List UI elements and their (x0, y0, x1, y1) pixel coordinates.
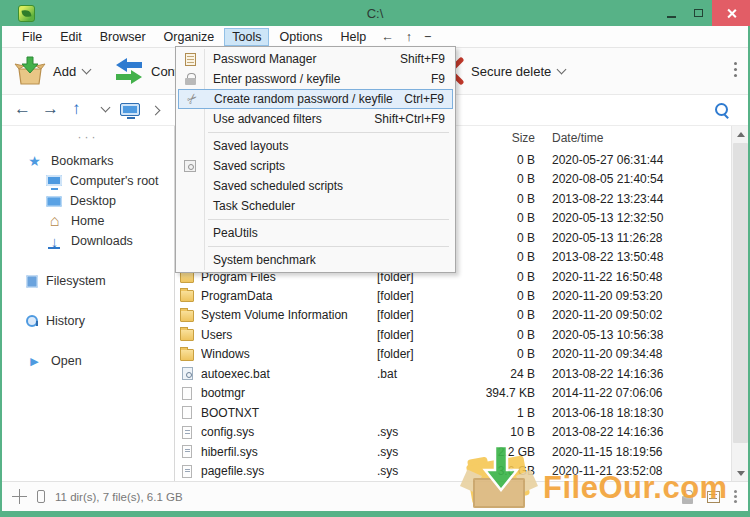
scroll-up-icon[interactable] (732, 126, 749, 142)
toolbar-overflow-icon[interactable] (734, 62, 738, 80)
tools-menu-item[interactable] (178, 129, 453, 136)
file-name: ProgramData (201, 289, 377, 303)
view-grid-icon[interactable] (707, 491, 720, 503)
computer-icon[interactable] (120, 103, 140, 116)
address-dropdown-icon[interactable] (101, 103, 111, 113)
sidebar-item-icon (46, 196, 62, 207)
tools-menu-item[interactable]: Task Scheduler (178, 196, 453, 216)
file-type: [folder] (377, 347, 465, 361)
sidebar-item-icon (46, 175, 62, 186)
scroll-down-icon[interactable] (732, 465, 749, 481)
file-row[interactable]: System Volume Information [folder] 0 B 2… (175, 306, 731, 325)
add-archive-icon (14, 56, 46, 86)
tools-menu-item[interactable] (178, 243, 453, 250)
title-bar: C:\ (0, 0, 750, 26)
menu-bar-item[interactable]: Tools (224, 28, 269, 46)
menu-item-label: Password Manager (213, 52, 316, 66)
sidebar-item-label: Open (51, 354, 82, 368)
move-resize-icon[interactable] (12, 489, 27, 504)
file-name: hiberfil.sys (201, 445, 377, 459)
sidebar-item-icon (26, 353, 43, 369)
menu-item-icon (178, 73, 202, 86)
file-row[interactable]: hiberfil.sys .sys 2.2 GB 2020-11-15 18:1… (175, 442, 731, 461)
tools-menu-item[interactable]: PeaUtils (178, 223, 453, 243)
file-datetime: 2020-11-21 23:52:08 (535, 464, 698, 478)
file-row[interactable]: BOOTNXT 1 B 2013-06-18 18:18:30 (175, 403, 731, 422)
sidebar-item[interactable]: Computer's root (2, 171, 174, 191)
file-row[interactable]: ProgramData [folder] 0 B 2020-11-20 09:5… (175, 286, 731, 305)
sidebar-item[interactable]: Downloads (2, 231, 174, 251)
back-button[interactable]: ← (14, 99, 31, 119)
tools-menu-item[interactable]: Saved scripts (178, 156, 453, 176)
menu-bar-item[interactable]: ← (376, 28, 399, 46)
tools-menu-item[interactable]: Use advanced filters Shift+Ctrl+F9 (178, 109, 453, 129)
file-type: .sys (377, 464, 465, 478)
menu-bar-item[interactable]: File (14, 28, 50, 46)
file-size: 10 B (465, 425, 535, 439)
file-icon (180, 329, 194, 341)
menu-bar: FileEditBrowserOrganizeToolsOptionsHelp←… (2, 26, 748, 48)
menu-item-shortcut: Ctrl+F9 (404, 92, 444, 106)
sidebar-item[interactable]: Filesystem (2, 271, 174, 291)
tools-menu-item[interactable]: Saved scheduled scripts (178, 176, 453, 196)
menu-bar-item[interactable]: Browser (92, 28, 154, 46)
forward-button[interactable]: → (42, 99, 59, 119)
sidebar-handle[interactable]: ··· (2, 132, 174, 142)
file-datetime: 2020-05-13 10:56:38 (535, 328, 698, 342)
file-name: Windows (201, 347, 377, 361)
file-datetime: 2020-08-05 21:40:54 (535, 172, 698, 186)
sidebar-item[interactable]: Bookmarks (2, 151, 174, 171)
menu-item-label: Create random password / keyfile (214, 92, 393, 106)
device-icon[interactable] (37, 490, 45, 503)
add-button[interactable]: Add (14, 54, 90, 88)
file-row[interactable]: autoexec.bat .bat 24 B 2013-08-22 14:16:… (175, 364, 731, 383)
column-header-datetime[interactable]: Date/time (535, 131, 698, 145)
vertical-scrollbar[interactable] (731, 126, 748, 481)
menu-bar-item[interactable]: Organize (156, 28, 223, 46)
menu-item-label: System benchmark (213, 253, 316, 267)
file-size: 0 B (465, 347, 535, 361)
tools-menu-item[interactable]: Enter password / keyfile F9 (178, 69, 453, 89)
scrollbar-thumb[interactable] (733, 143, 748, 443)
file-row[interactable]: pagefile.sys .sys 3.6 GB 2020-11-21 23:5… (175, 461, 731, 480)
tools-menu-item[interactable]: Password Manager Shift+F9 (178, 49, 453, 69)
file-row[interactable]: Windows [folder] 0 B 2020-11-20 09:34:48 (175, 345, 731, 364)
menu-bar-item[interactable]: Options (271, 28, 330, 46)
file-type: .sys (377, 425, 465, 439)
breadcrumb-chevron-icon (151, 106, 161, 116)
maximize-button[interactable] (685, 0, 712, 26)
tools-menu-item[interactable]: Saved layouts (178, 136, 453, 156)
file-datetime: 2020-05-27 06:31:44 (535, 153, 698, 167)
secure-delete-button[interactable]: Secure delete (446, 54, 565, 88)
close-button[interactable] (712, 0, 750, 26)
minimize-button[interactable] (658, 0, 685, 26)
menu-bar-item[interactable]: Edit (52, 28, 90, 46)
file-icon (182, 387, 192, 400)
menu-bar-item[interactable]: Help (333, 28, 375, 46)
status-overflow-icon[interactable] (734, 489, 738, 505)
sidebar-item[interactable]: Desktop (2, 191, 174, 211)
file-size: 0 B (465, 289, 535, 303)
lock-icon[interactable] (682, 490, 693, 504)
tools-menu-item[interactable]: System benchmark (178, 250, 453, 270)
file-datetime: 2013-06-18 18:18:30 (535, 406, 698, 420)
search-icon[interactable] (715, 103, 730, 118)
tools-menu-item[interactable]: Create random password / keyfile Ctrl+F9 (178, 89, 453, 109)
file-row[interactable]: config.sys .sys 10 B 2013-08-22 14:16:36 (175, 423, 731, 442)
menu-bar-item[interactable]: − (419, 28, 436, 46)
menu-item-icon (178, 160, 202, 172)
sidebar-item[interactable]: Open (2, 351, 174, 371)
file-row[interactable]: Users [folder] 0 B 2020-05-13 10:56:38 (175, 325, 731, 344)
peazip-window: C:\ FileEditBrowserOrganizeToolsOptionsH… (0, 0, 750, 517)
up-button[interactable]: ↑ (72, 99, 81, 119)
file-datetime: 2013-08-22 14:16:36 (535, 367, 698, 381)
status-summary: 11 dir(s), 7 file(s), 6.1 GB (55, 491, 183, 503)
column-header-size[interactable]: Size (465, 131, 535, 145)
file-size: 0 B (465, 250, 535, 264)
file-row[interactable]: bootmgr 394.7 KB 2014-11-22 07:06:06 (175, 384, 731, 403)
tools-menu-item[interactable] (178, 216, 453, 223)
sidebar-item[interactable]: History (2, 311, 174, 331)
file-name: pagefile.sys (201, 464, 377, 478)
sidebar-item[interactable]: Home (2, 211, 174, 231)
menu-bar-item[interactable]: ↑ (401, 28, 417, 46)
